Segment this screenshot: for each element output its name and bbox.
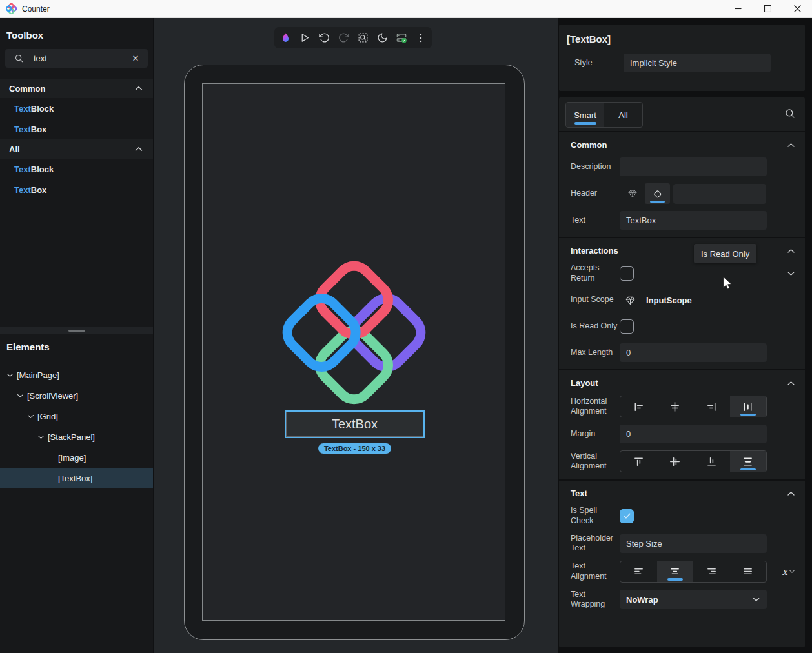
elements-title: Elements bbox=[6, 341, 153, 356]
tab-smart[interactable]: Smart bbox=[566, 103, 604, 127]
accepts-return-label: Accepts Return bbox=[571, 263, 620, 283]
horizontal-alignment-label: Horizontal Alignment bbox=[571, 397, 620, 417]
tree-item-image[interactable]: [Image] bbox=[0, 447, 153, 468]
app-logo-image[interactable] bbox=[281, 260, 427, 405]
text-align-left-button[interactable] bbox=[620, 561, 657, 582]
row-expander[interactable] bbox=[787, 271, 795, 276]
chevron-down-icon bbox=[752, 597, 760, 602]
text-align-right-button[interactable] bbox=[693, 561, 730, 582]
more-menu-button[interactable] bbox=[412, 30, 429, 46]
minimize-button[interactable] bbox=[723, 0, 753, 17]
undo-button[interactable] bbox=[316, 30, 332, 46]
hot-design-flame-button[interactable] bbox=[277, 30, 294, 46]
zoom-selection-icon bbox=[358, 32, 369, 43]
is-read-only-checkbox[interactable] bbox=[620, 319, 634, 334]
design-canvas: TextBox TextBox - 150 x 33 bbox=[153, 18, 558, 653]
section-interactions-header[interactable]: Interactions bbox=[559, 246, 805, 256]
chevron-down-icon bbox=[789, 569, 795, 574]
placeholder-text-input[interactable] bbox=[620, 534, 767, 553]
clear-icon[interactable]: ✕ bbox=[130, 52, 141, 64]
description-input[interactable] bbox=[620, 157, 767, 176]
close-button[interactable] bbox=[782, 0, 812, 17]
max-length-label: Max Length bbox=[571, 348, 620, 358]
chevron-up-icon bbox=[787, 381, 795, 386]
dark-mode-button[interactable] bbox=[374, 30, 391, 46]
section-common-header[interactable]: Common bbox=[559, 140, 805, 150]
align-left-button[interactable] bbox=[620, 396, 657, 417]
input-scope-value[interactable]: InputScope bbox=[646, 296, 692, 305]
textbox-content: TextBox bbox=[332, 417, 378, 432]
horizontal-alignment-group bbox=[620, 396, 767, 417]
description-label: Description bbox=[571, 162, 620, 172]
toolbox-item-textblock-all[interactable]: TextBlock bbox=[0, 159, 153, 179]
style-input[interactable] bbox=[624, 54, 771, 72]
toolbox-section-common[interactable]: Common bbox=[0, 79, 153, 98]
play-button[interactable] bbox=[296, 30, 313, 46]
text-align-center-button[interactable] bbox=[657, 561, 694, 582]
margin-input[interactable] bbox=[620, 425, 767, 443]
chevron-up-icon bbox=[135, 146, 143, 152]
is-read-only-label: Is Read Only bbox=[571, 321, 620, 332]
accepts-return-checkbox[interactable] bbox=[620, 266, 634, 281]
toolbox-item-textblock[interactable]: TextBlock bbox=[0, 98, 153, 119]
binding-gem-icon bbox=[627, 188, 638, 199]
text-input[interactable] bbox=[620, 211, 767, 230]
tree-item-grid[interactable]: [Grid] bbox=[0, 406, 153, 427]
style-label: Style bbox=[574, 58, 624, 68]
toolbox-item-textbox-all[interactable]: TextBox bbox=[0, 179, 153, 200]
header-input[interactable] bbox=[673, 184, 766, 204]
titlebar: Counter bbox=[0, 0, 812, 18]
vertical-alignment-group bbox=[620, 450, 767, 472]
align-right-button[interactable] bbox=[693, 396, 730, 417]
redo-button[interactable] bbox=[335, 30, 352, 46]
properties-search-button[interactable] bbox=[784, 108, 796, 119]
input-scope-label: Input Scope bbox=[571, 295, 620, 305]
selected-textbox-element[interactable]: TextBox bbox=[285, 410, 425, 438]
tree-item-scrollviewer[interactable]: [ScrollViewer] bbox=[0, 385, 153, 406]
zoom-selection-button[interactable] bbox=[354, 30, 371, 46]
max-length-input[interactable] bbox=[620, 343, 767, 362]
chevron-down-icon[interactable] bbox=[37, 435, 45, 439]
stretch-v-button[interactable] bbox=[730, 451, 767, 472]
tree-item-stackpanel[interactable]: [StackPanel] bbox=[0, 427, 153, 447]
chevron-down-icon[interactable] bbox=[27, 414, 34, 419]
align-right-icon bbox=[705, 401, 718, 413]
toolbox-item-textbox[interactable]: TextBox bbox=[0, 119, 153, 139]
text-wrapping-dropdown[interactable]: NoWrap bbox=[620, 590, 767, 609]
header-binding-toggle[interactable] bbox=[620, 183, 645, 204]
mouse-cursor bbox=[722, 276, 733, 290]
is-spell-check-checkbox[interactable] bbox=[620, 509, 634, 523]
left-panel: Toolbox ✕ Common TextBlock TextBox Al bbox=[0, 18, 153, 653]
chevron-down-icon[interactable] bbox=[17, 394, 24, 398]
device-frame: TextBox TextBox - 150 x 33 bbox=[184, 65, 525, 640]
align-center-v-button[interactable] bbox=[657, 451, 694, 472]
chevron-up-icon bbox=[787, 248, 795, 254]
binding-gem-icon[interactable] bbox=[625, 295, 636, 306]
chevron-down-icon[interactable] bbox=[6, 373, 14, 377]
tree-item-mainpage[interactable]: [MainPage] bbox=[0, 365, 153, 385]
variable-x-dropdown[interactable]: x bbox=[782, 566, 795, 578]
play-icon bbox=[299, 32, 310, 43]
tag-icon bbox=[652, 188, 663, 199]
maximize-button[interactable] bbox=[753, 0, 782, 17]
toolbox-list: Common TextBlock TextBox All TextBlock bbox=[0, 79, 153, 200]
align-top-button[interactable] bbox=[620, 451, 657, 472]
validation-button[interactable] bbox=[393, 30, 410, 46]
section-text-header[interactable]: Text bbox=[559, 488, 805, 498]
text-align-justify-button[interactable] bbox=[730, 561, 767, 582]
redo-icon bbox=[338, 32, 349, 43]
stretch-h-button[interactable] bbox=[730, 396, 767, 417]
align-bottom-button[interactable] bbox=[693, 451, 730, 472]
text-align-justify-icon bbox=[742, 565, 754, 578]
align-center-h-button[interactable] bbox=[657, 396, 694, 417]
inspector-tabs: Smart All bbox=[559, 97, 805, 131]
header-tag-toggle[interactable] bbox=[645, 183, 670, 204]
section-layout-header[interactable]: Layout bbox=[559, 378, 805, 388]
section-layout: Layout Horizontal Alignment bbox=[559, 369, 805, 472]
toolbox-section-all[interactable]: All bbox=[0, 139, 153, 159]
tab-all[interactable]: All bbox=[604, 103, 642, 127]
panel-splitter[interactable] bbox=[0, 327, 153, 334]
more-menu-icon bbox=[416, 33, 426, 43]
undo-icon bbox=[319, 32, 330, 43]
tree-item-textbox[interactable]: [TextBox] bbox=[0, 468, 153, 488]
